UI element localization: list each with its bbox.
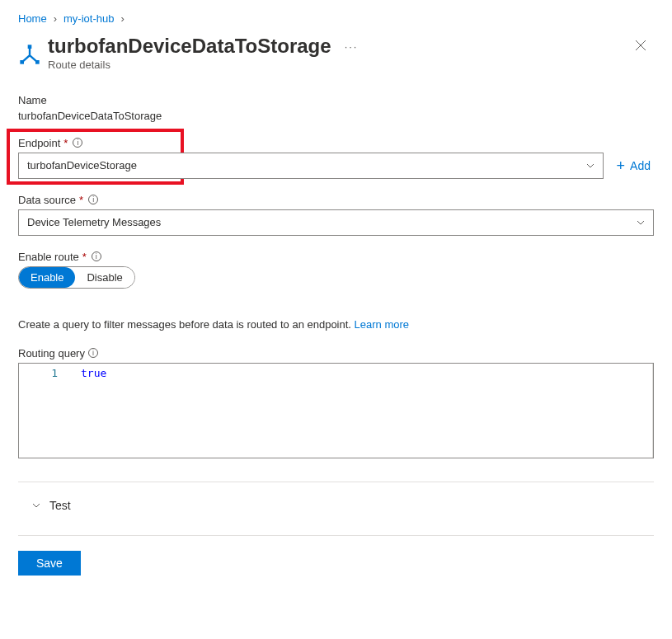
- query-helper-text: Create a query to filter messages before…: [18, 318, 654, 331]
- enable-button[interactable]: Enable: [19, 267, 75, 288]
- close-button[interactable]: [627, 35, 654, 58]
- endpoint-field: Endpoint * i turbofanDeviceStorage + Add: [18, 137, 654, 179]
- breadcrumb: Home › my-iot-hub ›: [18, 12, 654, 25]
- more-button[interactable]: ···: [341, 37, 362, 56]
- editor-content[interactable]: true: [64, 364, 653, 458]
- editor-gutter: 1: [19, 364, 64, 458]
- route-icon: [18, 43, 41, 66]
- endpoint-select[interactable]: turbofanDeviceStorage: [18, 153, 604, 179]
- name-label: Name: [18, 94, 47, 106]
- test-label: Test: [49, 499, 71, 512]
- required-indicator: *: [79, 194, 83, 206]
- routing-query-label: Routing query: [18, 347, 85, 359]
- enable-route-field: Enable route * i Enable Disable: [18, 251, 654, 289]
- add-endpoint-button[interactable]: + Add: [613, 155, 654, 176]
- routing-query-field: Routing query i 1 true: [18, 347, 654, 458]
- footer-bar: Save: [18, 535, 654, 576]
- chevron-right-icon: ›: [120, 12, 124, 25]
- query-code: true: [81, 367, 106, 379]
- info-icon[interactable]: i: [92, 251, 101, 261]
- divider: [18, 482, 654, 482]
- name-field: Name turbofanDeviceDataToStorage: [18, 94, 654, 122]
- page-title: turbofanDeviceDataToStorage: [48, 35, 331, 59]
- close-icon: [634, 39, 647, 52]
- test-expander[interactable]: Test: [18, 496, 654, 515]
- breadcrumb-home[interactable]: Home: [18, 12, 47, 25]
- query-editor[interactable]: 1 true: [18, 363, 654, 458]
- info-icon[interactable]: i: [88, 195, 98, 204]
- name-value: turbofanDeviceDataToStorage: [18, 110, 654, 122]
- chevron-right-icon: ›: [54, 12, 57, 25]
- info-icon[interactable]: i: [88, 348, 98, 358]
- svg-rect-0: [28, 45, 32, 49]
- enable-toggle-group: Enable Disable: [18, 266, 135, 289]
- add-label: Add: [630, 159, 651, 172]
- disable-button[interactable]: Disable: [75, 267, 134, 288]
- endpoint-label: Endpoint: [18, 137, 60, 149]
- datasource-field: Data source * i Device Telemetry Message…: [18, 194, 654, 236]
- page-header: turbofanDeviceDataToStorage ··· Route de…: [18, 35, 654, 71]
- learn-more-link[interactable]: Learn more: [355, 318, 409, 331]
- datasource-label: Data source: [18, 194, 76, 206]
- info-icon[interactable]: i: [73, 138, 82, 148]
- line-number: 1: [19, 367, 58, 379]
- save-button[interactable]: Save: [18, 551, 81, 576]
- required-indicator: *: [82, 251, 87, 263]
- helper-text-content: Create a query to filter messages before…: [18, 318, 355, 331]
- breadcrumb-hub[interactable]: my-iot-hub: [63, 12, 114, 25]
- datasource-select[interactable]: Device Telemetry Messages: [18, 209, 654, 236]
- enable-route-label: Enable route: [18, 251, 79, 263]
- plus-icon: +: [617, 158, 626, 173]
- chevron-down-icon: [31, 500, 41, 510]
- page-subtitle: Route details: [48, 59, 361, 71]
- required-indicator: *: [63, 137, 68, 149]
- header-left: turbofanDeviceDataToStorage ··· Route de…: [18, 35, 361, 71]
